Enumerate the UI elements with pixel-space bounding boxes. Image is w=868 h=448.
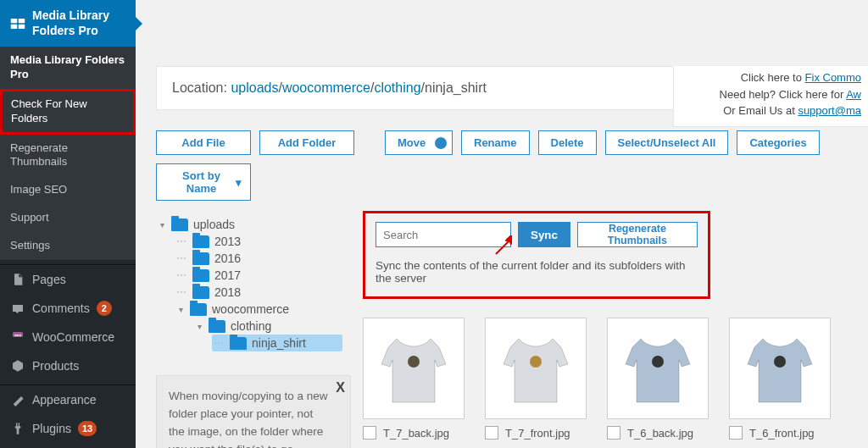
help-box: Click here to Fix Commo Need help? Click… xyxy=(673,66,868,127)
media-library-folders-icon xyxy=(10,16,25,31)
file-name: T_7_front.jpg xyxy=(505,427,570,440)
sidebar-sub-regen-thumbs[interactable]: Regenerate Thumbnails xyxy=(0,135,136,177)
add-folder-button[interactable]: Add Folder xyxy=(259,130,354,155)
breadcrumb-clothing[interactable]: clothing xyxy=(374,80,420,95)
file-grid: T_7_back.jpg T_7_front.jpg T_6_back.jpg … xyxy=(363,318,848,440)
sync-button[interactable]: Sync xyxy=(518,222,570,247)
folder-icon xyxy=(192,235,209,248)
plugins-icon xyxy=(10,421,25,436)
folder-icon xyxy=(192,286,209,299)
file-checkbox[interactable] xyxy=(363,426,376,440)
sidebar-item-woocommerce[interactable]: woo WooCommerce xyxy=(0,323,136,351)
folder-tree-column: ▾ uploads ⋯2013 ⋯2016 ⋯2017 ⋯2018 ▾wooco… xyxy=(156,206,342,448)
sidebar-item-products[interactable]: Products xyxy=(0,351,136,380)
folder-icon xyxy=(230,337,247,350)
sidebar-item-label: Comments xyxy=(32,301,90,315)
sidebar-item-comments[interactable]: Comments 2 xyxy=(0,294,136,323)
folder-tree: ▾ uploads ⋯2013 ⋯2016 ⋯2017 ⋯2018 ▾wooco… xyxy=(156,216,342,351)
annotation-arrow-icon xyxy=(494,235,515,256)
sidebar-plugin-header[interactable]: Media Library Folders Pro xyxy=(0,0,136,47)
sync-tools-highlight: Sync Regenerate Thumbnails Sync the cont… xyxy=(363,211,710,299)
svg-point-8 xyxy=(530,356,542,368)
file-column: Sync Regenerate Thumbnails Sync the cont… xyxy=(363,206,848,448)
svg-point-9 xyxy=(652,356,664,368)
appearance-icon xyxy=(10,392,25,407)
tree-node-2018[interactable]: ⋯2018 xyxy=(175,284,342,301)
sidebar-item-plugins[interactable]: Plugins 13 xyxy=(0,414,136,443)
breadcrumb-uploads[interactable]: uploads xyxy=(231,80,278,95)
sidebar-item-label: WooCommerce xyxy=(32,330,114,344)
sort-dropdown[interactable]: Sort by Name ▾ xyxy=(156,163,251,201)
select-all-button[interactable]: Select/Unselect All xyxy=(605,130,729,155)
location-label: Location: xyxy=(172,80,231,95)
svg-point-10 xyxy=(774,356,786,368)
help-link-support[interactable]: support@ma xyxy=(798,104,861,117)
file-name: T_6_front.jpg xyxy=(749,427,815,440)
file-name: T_6_back.jpg xyxy=(627,427,693,440)
file-checkbox[interactable] xyxy=(729,426,743,440)
file-thumbnail-image[interactable] xyxy=(485,318,587,419)
help-link-aw[interactable]: Aw xyxy=(846,88,861,101)
file-thumbnail-image[interactable] xyxy=(363,318,465,419)
sidebar-item-label: Pages xyxy=(32,273,66,286)
tree-node-2017[interactable]: ⋯2017 xyxy=(175,267,342,284)
tree-node-ninja-shirt[interactable]: ⋯ninja_shirt xyxy=(212,335,342,351)
file-thumb[interactable]: T_6_back.jpg xyxy=(607,318,709,440)
file-checkbox[interactable] xyxy=(607,426,620,440)
sidebar-plugin-label: Media Library Folders Pro xyxy=(32,8,125,38)
regenerate-thumbnails-button[interactable]: Regenerate Thumbnails xyxy=(577,222,698,247)
plugins-badge: 13 xyxy=(78,421,97,436)
tree-node-uploads[interactable]: ▾ uploads xyxy=(156,216,342,233)
collapse-icon[interactable]: ▾ xyxy=(176,305,185,314)
sidebar-sub-check-new-folders[interactable]: Check For New Folders xyxy=(0,89,136,135)
active-pointer-icon xyxy=(136,17,142,30)
woocommerce-icon: woo xyxy=(10,329,25,345)
svg-text:woo: woo xyxy=(14,333,22,337)
sidebar-sub-support[interactable]: Support xyxy=(0,204,136,232)
folder-icon xyxy=(192,252,209,265)
tree-node-2013[interactable]: ⋯2013 xyxy=(175,233,342,250)
svg-rect-2 xyxy=(11,24,18,28)
sidebar-item-label: Appearance xyxy=(32,393,97,407)
collapse-icon[interactable]: ▾ xyxy=(158,220,166,230)
sidebar-item-users[interactable]: Users xyxy=(0,443,136,448)
sync-description: Sync the contents of the current folder … xyxy=(376,259,698,285)
pages-icon xyxy=(10,272,25,287)
folder-icon xyxy=(171,218,188,231)
file-thumb[interactable]: T_6_front.jpg xyxy=(729,318,831,440)
delete-button[interactable]: Delete xyxy=(538,130,597,155)
file-name: T_7_back.jpg xyxy=(383,427,449,440)
breadcrumb-woocommerce[interactable]: woocommerce xyxy=(282,80,370,95)
close-icon[interactable]: X xyxy=(336,378,345,399)
sidebar-sub-settings[interactable]: Settings xyxy=(0,232,136,260)
rename-button[interactable]: Rename xyxy=(461,130,530,155)
add-file-button[interactable]: Add File xyxy=(156,130,251,155)
sidebar-item-label: Products xyxy=(32,359,79,373)
sidebar-sub-mlf-pro[interactable]: Media Library Folders Pro xyxy=(0,47,136,89)
file-thumbnail-image[interactable] xyxy=(607,318,709,419)
tree-node-2016[interactable]: ⋯2016 xyxy=(175,250,342,267)
file-checkbox[interactable] xyxy=(485,426,498,440)
file-thumb[interactable]: T_7_back.jpg xyxy=(363,318,465,440)
sidebar-item-appearance[interactable]: Appearance xyxy=(0,385,136,414)
sidebar-sub-image-seo[interactable]: Image SEO xyxy=(0,176,136,204)
collapse-icon[interactable]: ▾ xyxy=(195,322,203,331)
search-input[interactable] xyxy=(376,222,511,247)
file-thumbnail-image[interactable] xyxy=(729,318,831,419)
help-link-fix[interactable]: Fix Commo xyxy=(805,71,861,84)
svg-point-7 xyxy=(408,356,420,368)
folder-icon xyxy=(190,303,207,316)
comments-icon xyxy=(10,301,25,316)
tree-node-clothing[interactable]: ▾clothing xyxy=(193,318,342,335)
tree-node-woocommerce[interactable]: ▾woocommerce xyxy=(175,301,342,318)
toggle-dot-icon xyxy=(435,137,447,149)
categories-button[interactable]: Categories xyxy=(737,130,819,155)
products-icon xyxy=(10,358,25,373)
move-toggle-button[interactable]: Move xyxy=(385,130,453,155)
main-content: Click here to Fix Commo Need help? Click… xyxy=(136,66,868,448)
sidebar-item-label: Plugins xyxy=(32,422,71,435)
file-thumb[interactable]: T_7_front.jpg xyxy=(485,318,587,440)
svg-rect-3 xyxy=(19,24,25,28)
sidebar-item-pages[interactable]: Pages xyxy=(0,265,136,294)
svg-rect-1 xyxy=(19,19,25,23)
